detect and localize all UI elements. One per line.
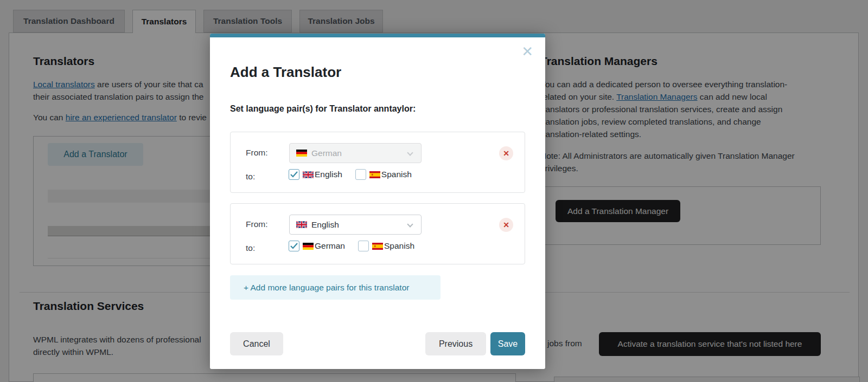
language-pair-card: From: German ✕ to: Engli	[230, 132, 525, 193]
check-icon	[290, 243, 298, 249]
from-language-select[interactable]: German	[289, 143, 422, 163]
chevron-down-icon	[407, 221, 413, 227]
target-language-label: English	[315, 170, 342, 179]
add-translator-modal: ✕ Add a Translator Set language pair(s) …	[210, 34, 545, 369]
target-language-label: Spanish	[381, 170, 412, 179]
add-more-pairs-button[interactable]: + Add more language pairs for this trans…	[230, 275, 441, 300]
from-label: From:	[246, 148, 267, 158]
modal-accent-bar	[210, 34, 545, 37]
modal-subtitle: Set language pair(s) for Translator annt…	[230, 104, 416, 114]
to-label: to:	[246, 243, 255, 253]
from-label: From:	[246, 219, 267, 229]
uk-flag-icon	[296, 221, 307, 228]
german-flag-icon	[296, 150, 307, 157]
remove-pair-button[interactable]: ✕	[499, 146, 513, 160]
close-icon[interactable]: ✕	[521, 44, 533, 59]
target-english-checkbox[interactable]	[289, 169, 299, 180]
german-flag-icon	[303, 243, 314, 250]
to-label: to:	[246, 172, 255, 182]
cancel-button[interactable]: Cancel	[230, 332, 283, 355]
selected-language: German	[311, 148, 342, 158]
spain-flag-icon	[372, 243, 383, 250]
language-pair-card: From: English ✕ to: German	[230, 203, 525, 264]
from-language-select[interactable]: English	[289, 215, 422, 235]
remove-pair-button[interactable]: ✕	[499, 218, 513, 232]
target-german-checkbox[interactable]	[289, 241, 299, 251]
target-spanish-checkbox[interactable]	[355, 169, 366, 180]
save-button[interactable]: Save	[490, 332, 525, 355]
target-language-label: German	[315, 241, 345, 251]
chevron-down-icon	[407, 150, 413, 156]
modal-title: Add a Translator	[230, 64, 341, 81]
selected-language: English	[311, 220, 339, 230]
target-language-label: Spanish	[384, 241, 414, 251]
uk-flag-icon	[303, 171, 314, 178]
previous-button[interactable]: Previous	[425, 332, 486, 355]
spain-flag-icon	[369, 171, 380, 178]
target-spanish-checkbox[interactable]	[358, 241, 369, 251]
check-icon	[290, 171, 298, 178]
